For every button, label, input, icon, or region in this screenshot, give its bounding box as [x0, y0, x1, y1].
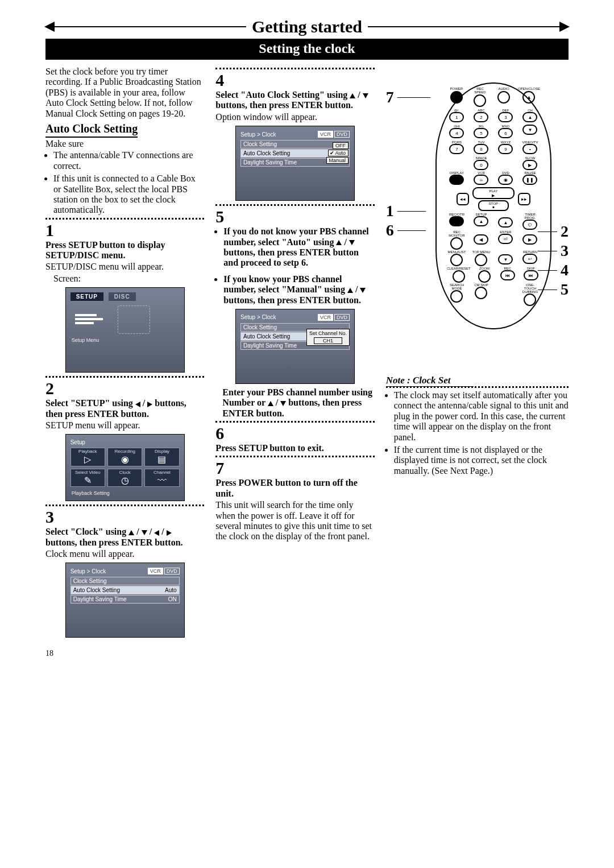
step-number-3: 3 [45, 509, 204, 526]
step-number-7: 7 [215, 460, 374, 477]
step7-title: Press POWER button to turn off the unit. [215, 478, 374, 499]
osd-set-channel: Setup > Clock VCRDVD Clock Setting Auto … [235, 309, 355, 384]
makesure-item: If this unit is connected to a Cable Box… [53, 173, 204, 216]
makesure-item: The antenna/cable TV connections are cor… [53, 150, 204, 171]
title-bar: Getting started [45, 17, 569, 36]
callout-3: 3 [561, 242, 569, 260]
column-2: 4 Select "Auto Clock Setting" using / bu… [215, 65, 374, 641]
auto-clock-heading: Auto Clock Setting [45, 122, 138, 138]
callout-6: 6 [386, 221, 394, 239]
step-number-4: 4 [215, 72, 374, 89]
note-heading: Note : Clock Set [386, 375, 474, 387]
step-number-1: 1 [45, 222, 204, 239]
page-title: Getting started [252, 17, 362, 36]
step5-enter: Enter your PBS channel number using Numb… [222, 387, 374, 419]
osd-foot: Setup Menu [70, 337, 180, 343]
note-item: If the current time is not displayed or … [394, 445, 569, 476]
step-number-2: 2 [45, 380, 204, 397]
step1-body: SETUP/DISC menu will appear. [45, 262, 204, 272]
step1-screen: Screen: [53, 274, 204, 284]
section-title: Setting the clock [45, 39, 569, 60]
remote-control: POWER REC SPEED AUDIO OPEN/CLOSE▲ @/.1 A… [435, 82, 551, 329]
step6-title: Press SETUP button to exit. [215, 443, 374, 453]
step-number-6: 6 [215, 425, 374, 442]
step2-title: Select "SETUP" using / buttons, then pre… [45, 398, 204, 419]
step-number-5: 5 [215, 208, 374, 225]
callout-2: 2 [561, 222, 569, 241]
step4-body: Option window will appear. [215, 112, 374, 122]
step3-body: Clock menu will appear. [45, 549, 204, 559]
page-number: 18 [45, 649, 569, 658]
step2-body: SETUP menu will appear. [45, 420, 204, 431]
step5-manual: If you know your PBS channel number, sel… [223, 274, 374, 305]
osd-setup-grid: Setup > ClockSetup Playback▷ Recording◉ … [65, 434, 185, 501]
callout-7: 7 [386, 88, 394, 106]
tab-disc: DISC [109, 292, 136, 301]
note-item: The clock may set itself automatically a… [394, 390, 569, 443]
osd-setup-disc: SETUP DISC Setup Menu [65, 287, 185, 373]
step7-body: This unit will search for the time only … [215, 500, 374, 542]
callout-5: 5 [561, 280, 569, 299]
make-sure-label: Make sure [45, 139, 204, 149]
column-1: Set the clock before you try timer recor… [45, 65, 204, 641]
step3-title: Select "Clock" using / / / buttons, then… [45, 527, 204, 548]
intro-text: Set the clock before you try timer recor… [45, 67, 204, 119]
callout-4: 4 [561, 261, 569, 279]
osd-auto-clock-options: Setup > Clock VCRDVD Clock Setting Auto … [235, 126, 355, 201]
callout-1: 1 [386, 202, 394, 220]
column-3: 7 1 6 2 3 4 5 POWER [386, 65, 569, 641]
step1-title: Press SETUP button to display SETUP/DISC… [45, 240, 204, 261]
tab-setup: SETUP [70, 292, 103, 301]
step5-auto: If you do not know your PBS channel numb… [223, 226, 374, 268]
step4-title: Select "Auto Clock Setting" using / butt… [215, 90, 374, 111]
osd-clock-menu: Setup > Clock VCRDVD Clock Setting Auto … [65, 563, 185, 638]
